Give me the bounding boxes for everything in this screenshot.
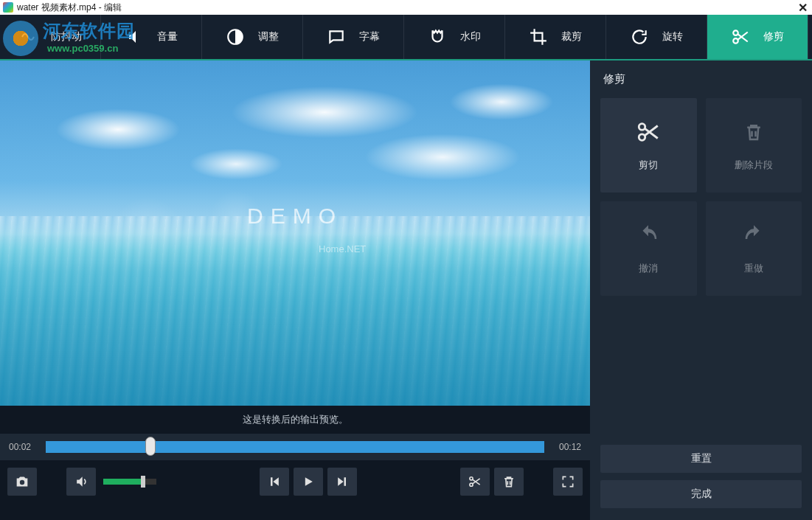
app-icon: [3, 2, 13, 13]
demo-sub: Home.NET: [319, 243, 366, 254]
next-button[interactable]: [327, 468, 357, 496]
tab-trim[interactable]: 修剪: [707, 15, 808, 59]
snapshot-button[interactable]: [7, 468, 37, 496]
watermark-icon: [428, 27, 447, 46]
fullscreen-button[interactable]: [553, 468, 583, 496]
tab-volume[interactable]: 音量: [101, 15, 202, 59]
prev-button[interactable]: [260, 468, 289, 496]
tab-crop[interactable]: 裁剪: [505, 15, 606, 59]
scissors-icon: [635, 119, 662, 145]
tab-watermark[interactable]: 水印: [404, 15, 505, 59]
delete-button[interactable]: [494, 468, 524, 496]
adjust-icon: [226, 27, 245, 46]
panel-title: 修剪: [590, 60, 812, 98]
time-current: 00:02: [9, 442, 38, 452]
time-total: 00:12: [552, 442, 581, 452]
volume-slider[interactable]: [103, 479, 156, 485]
done-button[interactable]: 完成: [600, 480, 802, 508]
action-cut[interactable]: 剪切: [600, 98, 697, 193]
title-bar: water 视频素材.mp4 - 编辑 ✕: [0, 0, 812, 15]
demo-watermark: DEMO: [247, 204, 343, 229]
svg-point-3: [20, 480, 24, 485]
side-panel: 修剪 剪切 删除片段 撤消: [590, 60, 812, 520]
tab-stabilize[interactable]: 防抖动: [0, 15, 101, 59]
video-preview[interactable]: DEMO Home.NET: [0, 60, 590, 406]
rotate-icon: [630, 27, 649, 46]
scissors-icon: [731, 27, 750, 46]
redo-icon: [740, 222, 767, 249]
preview-label: 这是转换后的输出预览。: [0, 406, 590, 434]
close-button[interactable]: ✕: [798, 1, 808, 15]
action-redo[interactable]: 重做: [706, 201, 802, 296]
trash-icon: [740, 119, 767, 145]
volume-icon: [125, 27, 144, 46]
undo-icon: [635, 222, 662, 249]
toolbar: 河东软件园 www.pc0359.cn 防抖动 音量 调整 字幕 水印: [0, 15, 812, 60]
reset-button[interactable]: 重置: [600, 445, 802, 473]
tab-subtitle[interactable]: 字幕: [303, 15, 404, 59]
volume-thumb[interactable]: [141, 476, 145, 488]
play-button[interactable]: [294, 468, 323, 496]
subtitle-icon: [327, 27, 346, 46]
cut-button[interactable]: [460, 468, 490, 496]
action-delete[interactable]: 删除片段: [706, 98, 802, 193]
timeline-track[interactable]: [46, 441, 544, 453]
crop-icon: [529, 27, 548, 46]
svg-point-4: [470, 477, 473, 480]
controls: [0, 460, 590, 503]
tab-adjust[interactable]: 调整: [202, 15, 303, 59]
svg-point-5: [470, 483, 473, 486]
timeline-handle[interactable]: [145, 437, 156, 456]
window-title: water 视频素材.mp4 - 编辑: [17, 1, 122, 14]
stabilize-icon: [18, 27, 38, 46]
timeline: 00:02 00:12: [0, 434, 590, 460]
mute-button[interactable]: [66, 468, 96, 496]
tab-rotate[interactable]: 旋转: [606, 15, 707, 59]
action-undo[interactable]: 撤消: [600, 201, 697, 296]
